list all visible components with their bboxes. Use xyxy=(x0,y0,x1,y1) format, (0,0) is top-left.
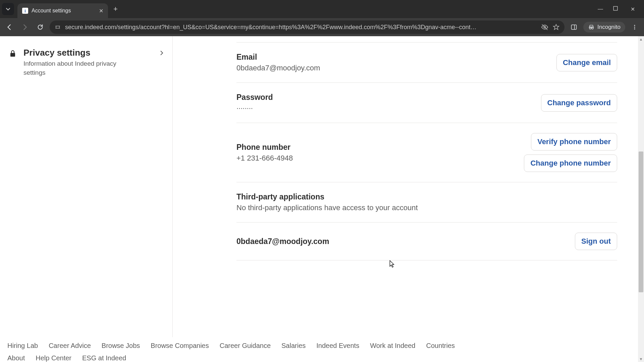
site-info-icon[interactable] xyxy=(54,24,61,31)
change-password-button[interactable]: Change password xyxy=(541,94,617,112)
row-phone: Phone number +1 231-666-4948 Verify phon… xyxy=(236,123,617,182)
thirdparty-label: Third-party applications xyxy=(236,192,418,201)
forward-button[interactable] xyxy=(19,21,31,33)
address-bar: secure.indeed.com/settings/account?hl=en… xyxy=(0,18,644,36)
footer-row1: Hiring Lab Career Advice Browse Jobs Bro… xyxy=(7,342,637,350)
sidebar-item-text: Privacy settings Information about Indee… xyxy=(23,48,153,77)
svg-rect-0 xyxy=(613,6,618,10)
window-controls: ― ✕ xyxy=(597,6,644,12)
svg-point-5 xyxy=(634,27,635,28)
footer-link[interactable]: Countries xyxy=(426,342,455,350)
footer-link[interactable]: Indeed Events xyxy=(316,342,359,350)
url-input[interactable]: secure.indeed.com/settings/account?hl=en… xyxy=(50,20,565,34)
page-content: Privacy settings Information about Indee… xyxy=(0,36,644,362)
new-tab-button[interactable]: + xyxy=(113,5,118,13)
close-window-button[interactable]: ✕ xyxy=(629,6,636,12)
phone-value: +1 231-666-4948 xyxy=(236,154,293,163)
phone-label: Phone number xyxy=(236,143,293,152)
verify-phone-button[interactable]: Verify phone number xyxy=(531,133,617,150)
svg-point-6 xyxy=(634,28,635,29)
chevron-right-icon xyxy=(159,50,164,56)
sidebar-item-desc: Information about Indeed privacy setting… xyxy=(23,59,131,77)
password-value: ········ xyxy=(236,104,273,113)
row-signout: 0bdaeda7@moodjoy.com Sign out xyxy=(236,223,617,260)
titlebar: i Account settings ✕ + ― ✕ xyxy=(0,0,644,18)
sidebar-item-title: Privacy settings xyxy=(23,48,153,58)
scroll-thumb[interactable] xyxy=(639,152,643,292)
favicon-icon: i xyxy=(22,8,28,14)
account-main: Email 0bdaeda7@moodjoy.com Change email … xyxy=(173,36,644,362)
sidebar-item-privacy[interactable]: Privacy settings Information about Indee… xyxy=(0,43,172,82)
incognito-badge[interactable]: Incognito xyxy=(583,22,625,33)
footer-link[interactable]: Help Center xyxy=(36,354,71,362)
lock-icon xyxy=(8,49,17,58)
signout-button[interactable]: Sign out xyxy=(575,233,617,250)
footer-link[interactable]: Browse Jobs xyxy=(102,342,140,350)
browser-tab[interactable]: i Account settings ✕ xyxy=(17,3,108,18)
signout-email: 0bdaeda7@moodjoy.com xyxy=(236,237,329,246)
maximize-button[interactable] xyxy=(613,6,620,12)
row-thirdparty: Third-party applications No third-party … xyxy=(236,182,617,223)
svg-rect-2 xyxy=(572,25,577,29)
footer-link[interactable]: Browse Companies xyxy=(151,342,209,350)
settings-sidebar: Privacy settings Information about Indee… xyxy=(0,36,173,362)
footer-row2: About Help Center ESG at Indeed xyxy=(7,354,637,362)
svg-point-4 xyxy=(634,25,635,26)
minimize-button[interactable]: ― xyxy=(597,6,604,12)
incognito-label: Incognito xyxy=(597,24,621,31)
bookmark-star-icon[interactable] xyxy=(552,23,560,31)
eye-off-icon[interactable] xyxy=(541,23,548,31)
browser-window: i Account settings ✕ + ― ✕ secure.ind xyxy=(0,0,644,362)
footer: Hiring Lab Career Advice Browse Jobs Bro… xyxy=(0,337,644,362)
thirdparty-value: No third-party applications have access … xyxy=(236,203,418,212)
email-value: 0bdaeda7@moodjoy.com xyxy=(236,64,320,72)
svg-rect-7 xyxy=(10,53,15,57)
change-email-button[interactable]: Change email xyxy=(556,54,617,71)
footer-link[interactable]: About xyxy=(7,354,25,362)
vertical-scrollbar[interactable]: ▲ ▼ xyxy=(638,36,644,362)
tab-search-button[interactable] xyxy=(2,3,14,15)
tab-title: Account settings xyxy=(32,8,71,14)
password-label: Password xyxy=(236,93,273,102)
row-password: Password ········ Change password xyxy=(236,83,617,123)
scroll-up-arrow[interactable]: ▲ xyxy=(638,36,644,42)
back-button[interactable] xyxy=(3,21,15,33)
footer-link[interactable]: Work at Indeed xyxy=(370,342,415,350)
scroll-down-arrow[interactable]: ▼ xyxy=(638,356,644,362)
reload-button[interactable] xyxy=(34,21,46,33)
side-panel-button[interactable] xyxy=(568,21,580,33)
footer-link[interactable]: Salaries xyxy=(281,342,306,350)
footer-link[interactable]: Career Advice xyxy=(49,342,91,350)
incognito-icon xyxy=(588,24,595,31)
footer-link[interactable]: ESG at Indeed xyxy=(82,354,126,362)
tab-close-button[interactable]: ✕ xyxy=(99,8,103,14)
row-email: Email 0bdaeda7@moodjoy.com Change email xyxy=(236,42,617,83)
change-phone-button[interactable]: Change phone number xyxy=(524,155,617,172)
browser-menu-button[interactable] xyxy=(629,21,641,33)
footer-link[interactable]: Hiring Lab xyxy=(7,342,38,350)
email-label: Email xyxy=(236,53,320,62)
footer-link[interactable]: Career Guidance xyxy=(220,342,271,350)
url-text: secure.indeed.com/settings/account?hl=en… xyxy=(65,24,537,31)
